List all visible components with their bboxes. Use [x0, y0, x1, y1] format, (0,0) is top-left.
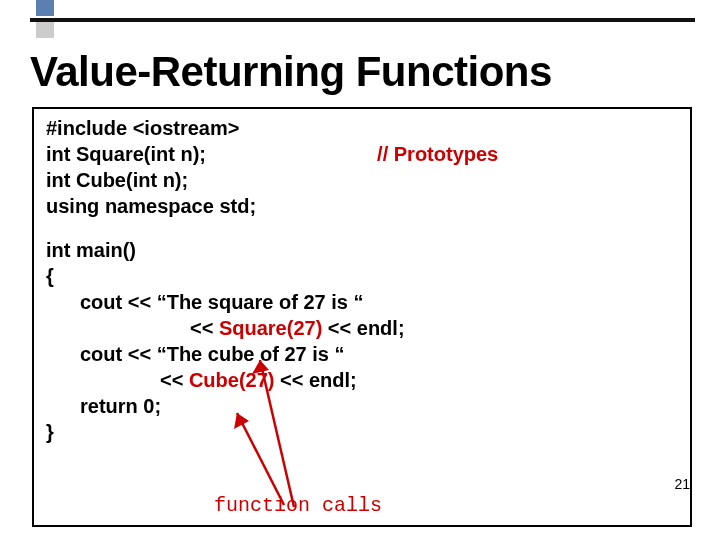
code-text: <<: [160, 369, 189, 391]
code-line: return 0;: [80, 393, 678, 419]
code-line: cout << “The square of 27 is “: [80, 289, 678, 315]
code-text: << endl;: [322, 317, 404, 339]
flag-blue-decoration: [36, 0, 54, 16]
comment-prototypes: // Prototypes: [377, 143, 498, 165]
code-line: int Square(int n); // Prototypes: [46, 141, 678, 167]
code-line: using namespace std;: [46, 193, 678, 219]
code-text: << endl;: [275, 369, 357, 391]
code-block: #include <iostream> int Square(int n); /…: [32, 107, 692, 527]
code-text: int Square(int n);: [46, 143, 206, 165]
code-line: int main(): [46, 237, 678, 263]
page-number: 21: [674, 476, 690, 492]
code-line: int Cube(int n);: [46, 167, 678, 193]
code-line: {: [46, 263, 678, 289]
code-line: << Cube(27) << endl;: [80, 367, 678, 393]
function-call-cube: Cube(27): [189, 369, 275, 391]
code-line: cout << “The cube of 27 is “: [80, 341, 678, 367]
flag-grey-decoration: [36, 22, 54, 38]
code-line: }: [46, 419, 678, 445]
annotation-function-calls: function calls: [214, 493, 382, 519]
code-line: << Square(27) << endl;: [80, 315, 678, 341]
slide-title: Value-Returning Functions: [30, 48, 552, 96]
code-text: <<: [190, 317, 219, 339]
function-call-square: Square(27): [219, 317, 322, 339]
top-horizontal-rule: [30, 18, 695, 22]
code-line: #include <iostream>: [46, 115, 678, 141]
